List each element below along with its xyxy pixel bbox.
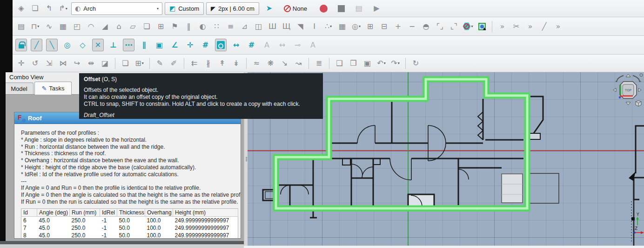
arch-remove-button[interactable]: − [406, 20, 418, 33]
macro-stop-button[interactable] [335, 2, 347, 15]
new-file-button[interactable]: ❑ [334, 57, 345, 69]
arch-remove-component-button[interactable]: ⊟ [378, 20, 390, 33]
join-button[interactable]: ⇇ [188, 57, 200, 69]
snap-ortho-button[interactable]: ✛ [184, 39, 196, 51]
save-file-button[interactable]: ▣ [362, 57, 373, 69]
arch-structure-button[interactable]: ⊓▾ [29, 20, 41, 33]
table-cell[interactable]: 100.0 [145, 216, 173, 224]
table-cell[interactable]: -1 [100, 224, 117, 232]
arch-truss-button[interactable]: ◥ [295, 20, 306, 33]
table-cell[interactable]: 250.0 [70, 216, 100, 224]
column-header[interactable]: Overhang (mm) [145, 208, 173, 216]
table-cell[interactable]: 45.0 [37, 216, 70, 224]
highlight-subelements-button[interactable]: ✐ [168, 57, 180, 69]
downgrade-button[interactable]: ↡ [230, 57, 242, 69]
snap-lock-button[interactable] [15, 39, 27, 51]
column-header[interactable]: Id [21, 208, 37, 216]
arch-stairs-button[interactable]: ≡ [225, 20, 236, 33]
table-row[interactable]: 745.0250.0-150.0100.0249.99999999999997 [21, 224, 238, 232]
arch-reference-button[interactable]: ❏ [141, 20, 153, 33]
arch-grille-button[interactable]: Щ [281, 20, 292, 33]
chevron-more-3-button[interactable]: » [552, 20, 564, 33]
toggle-grid-button[interactable] [215, 39, 227, 51]
arch-fence-button[interactable]: Ш [267, 20, 278, 33]
arch-pipes-button[interactable]: ‖ [183, 20, 195, 33]
snap-near-button[interactable]: # [200, 39, 211, 51]
roof-profiles-table[interactable]: IdAngle (deg)Run (mm)IdRelThickness (mm)… [21, 208, 238, 239]
macro-document-button[interactable]: ▤ [353, 2, 365, 15]
box-element-selection-button[interactable] [476, 20, 488, 33]
snap-midpoint-button[interactable]: ╲ [46, 39, 58, 51]
arch-panel-button[interactable]: ⚑ [169, 20, 181, 33]
table-cell[interactable]: 45.0 [37, 232, 70, 239]
shape-2d-view-button[interactable]: ↘ [279, 57, 290, 69]
upgrade-button[interactable]: ↟ [216, 57, 228, 69]
draft-label-button[interactable]: ⊸ [292, 39, 303, 51]
open-file-button[interactable]: ❒ [348, 57, 359, 69]
chevron-more-2-button[interactable]: » [524, 20, 536, 33]
mirror-button[interactable]: ⋈ [57, 57, 69, 69]
freecad-workbench-button[interactable]: ◈ [15, 2, 27, 15]
cut-button[interactable]: ✂ [510, 20, 522, 33]
arch-curtain-wall-button[interactable]: ▦ [57, 20, 69, 33]
table-cell[interactable]: 7 [21, 224, 37, 232]
add-point-button[interactable]: ❋ [265, 57, 276, 69]
draft-dimension-button[interactable]: ↔ [276, 39, 288, 51]
tab-tasks[interactable]: ✎ Tasks [34, 82, 72, 95]
selection-view-button[interactable]: ⌞⌝ [448, 20, 460, 33]
arch-frame-button[interactable]: ◫ [253, 20, 264, 33]
arch-pipe-button[interactable]: ◎▾ [350, 20, 362, 33]
snap-angle-button[interactable]: ∠ [169, 39, 181, 51]
column-header[interactable]: Run (mm) [70, 208, 100, 216]
arch-ramp-button[interactable]: ◢ [99, 20, 111, 33]
refresh-button[interactable]: ↻ [410, 57, 422, 69]
arch-rebar-button[interactable]: ∿ [43, 20, 55, 33]
draft-text-button[interactable]: A [261, 39, 273, 51]
table-cell[interactable]: 250.0 [70, 232, 100, 239]
autogroup-selector[interactable]: None [284, 5, 307, 12]
apply-style-button[interactable]: ➤ [263, 2, 275, 15]
undo-button[interactable]: ↶▾ [376, 57, 387, 69]
table-header-row[interactable]: IdAngle (deg)Run (mm)IdRelThickness (mm)… [21, 208, 238, 216]
arch-survey-button[interactable]: ◓ [420, 20, 432, 33]
table-row[interactable]: 645.0250.0-150.0100.0249.99999999999997 [21, 216, 238, 224]
arch-floor-plan-button[interactable]: ▱ [127, 20, 139, 33]
arch-dome-button[interactable]: ◠ [85, 20, 97, 33]
snap-center-button[interactable]: ◎ [61, 39, 73, 51]
draft-edit-button[interactable]: ✎ [154, 57, 166, 69]
table-cell[interactable]: 249.99999999999997 [173, 224, 238, 232]
column-header[interactable]: Height (mm) [173, 208, 238, 216]
polyline-button[interactable]: ╱ [538, 20, 550, 33]
link-export-button[interactable]: ↱▾ [57, 2, 69, 15]
dropdown-caret-icon[interactable]: ▾ [471, 24, 473, 28]
snap-parallel-button[interactable]: ∥ [138, 39, 150, 51]
dropdown-caret-icon[interactable]: ▾ [330, 24, 332, 28]
layer-button[interactable]: ≣ [313, 57, 325, 69]
dropdown-caret-icon[interactable]: ▾ [66, 7, 67, 11]
rotate-button[interactable]: ↺ [29, 57, 41, 69]
arch-section-plane-button[interactable]: ⊿ [239, 20, 250, 33]
chevron-down-icon[interactable]: ▾ [157, 7, 159, 11]
workbench-selector[interactable]: ◐ Arch ▾ [71, 2, 162, 15]
table-cell[interactable]: 50.0 [117, 232, 145, 239]
snap-working-plane-button[interactable]: ▣ [154, 39, 165, 51]
array-button[interactable]: ⊞▾ [134, 57, 145, 69]
table-cell[interactable]: 50.0 [117, 224, 145, 232]
dropdown-caret-icon[interactable]: ▾ [384, 61, 386, 65]
snap-endpoint-button[interactable]: ╱ [31, 39, 42, 51]
link-import-button[interactable]: ↰ [43, 2, 55, 15]
snap-dimensions-button[interactable]: ↔ [230, 39, 242, 51]
table-cell[interactable]: 45.0 [37, 224, 70, 232]
snap-perpendicular-button[interactable]: ⊥ [107, 39, 119, 51]
stretch-button[interactable]: ⇹ [85, 57, 97, 69]
macro-play-button[interactable]: ▶ [371, 2, 382, 15]
arch-axis-system-button[interactable]: ∷ [211, 20, 222, 33]
arch-axis-button[interactable]: ◐ [197, 20, 208, 33]
table-row[interactable]: 845.0250.0-150.0100.0249.99999999999997 [21, 232, 238, 239]
navigation-cube[interactable]: TOP [611, 72, 644, 109]
macro-record-button[interactable] [318, 2, 329, 15]
dropdown-caret-icon[interactable]: ▾ [398, 61, 400, 65]
ifc-toggle-button[interactable]: ▾ [462, 20, 474, 33]
snap-intersection-button[interactable]: ✕ [92, 39, 104, 51]
table-cell[interactable]: 100.0 [145, 232, 173, 239]
